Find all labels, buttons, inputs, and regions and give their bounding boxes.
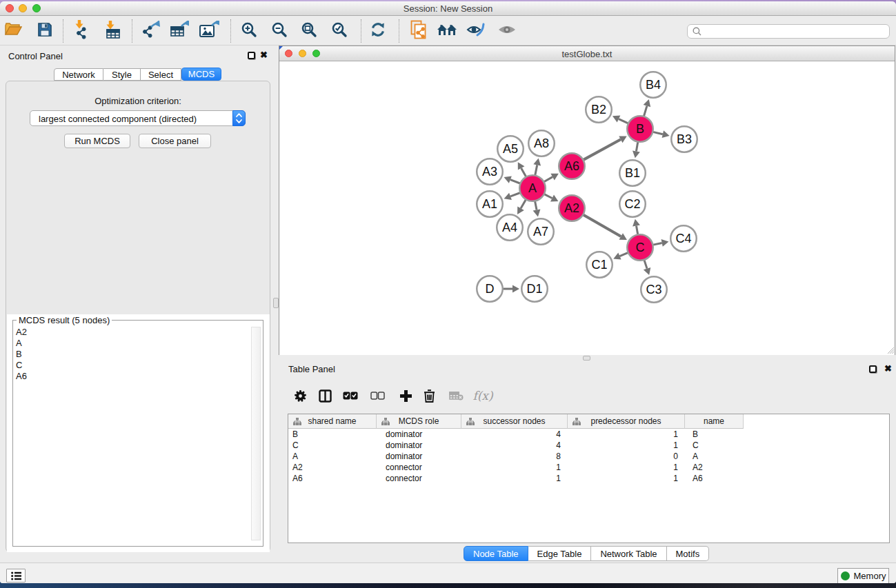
table-panel-float-icon[interactable] (869, 365, 877, 373)
graph-node-D1[interactable]: D1 (521, 276, 548, 302)
graph-node-B4[interactable]: B4 (640, 72, 666, 98)
table-row-C[interactable]: Cdominator41C (288, 440, 889, 451)
graph-node-B[interactable]: B (627, 116, 653, 142)
resize-grip-icon[interactable] (886, 345, 894, 354)
hide-windows-button[interactable] (465, 20, 487, 42)
graph-node-A4[interactable]: A4 (497, 214, 523, 241)
refresh-button[interactable] (367, 20, 389, 42)
refresh-icon (370, 21, 386, 41)
graph-node-C4[interactable]: C4 (670, 225, 697, 252)
toolbar-separator (63, 19, 63, 43)
app-window: Session: New Session Control Panel ✖ Net… (0, 1, 896, 583)
open-file-button[interactable] (2, 20, 24, 42)
zoom-out-icon (271, 21, 288, 41)
graph-node-A5[interactable]: A5 (497, 136, 524, 162)
task-history-button[interactable] (6, 569, 26, 582)
mcds-tab-content: Optimization criterion: largest connecte… (6, 81, 270, 552)
graph-node-A8[interactable]: A8 (528, 130, 555, 156)
mcds-result-item[interactable]: B (16, 349, 27, 360)
column-header-predecessor-nodes[interactable]: predecessor nodes (568, 414, 685, 429)
tab-motifs[interactable]: Motifs (667, 546, 710, 561)
export-network-icon (141, 21, 160, 41)
export-table-button[interactable] (168, 20, 190, 42)
graph-node-A3[interactable]: A3 (477, 159, 503, 185)
search-input[interactable] (705, 27, 889, 37)
duplicate-network-button[interactable] (408, 20, 430, 42)
zoom-out-button[interactable] (268, 20, 290, 42)
tab-network[interactable]: Network (54, 68, 103, 81)
table-row-B[interactable]: Bdominator41B (288, 429, 889, 440)
mcds-result-scrollbar[interactable] (251, 327, 261, 540)
graph-node-A2[interactable]: A2 (559, 195, 585, 221)
graph-node-C2[interactable]: C2 (619, 191, 646, 217)
zoom-fit-button[interactable] (298, 20, 320, 42)
graph-node-B2[interactable]: B2 (586, 97, 612, 123)
delete-column-button[interactable] (421, 384, 437, 407)
export-network-button[interactable] (139, 20, 161, 42)
zoom-in-button[interactable] (238, 20, 260, 42)
search-field[interactable] (687, 24, 890, 39)
network-canvas[interactable]: AA1A3A5A8A4A7A6A2BB1B2B3B4CC1C2C3C4DD1 (279, 62, 895, 355)
graph-node-A[interactable]: A (519, 175, 546, 201)
graph-node-C3[interactable]: C3 (641, 276, 667, 303)
status-bar: Memory (0, 562, 896, 583)
import-network-icon (74, 20, 92, 42)
table-cell: C (292, 440, 299, 450)
import-network-button[interactable] (72, 20, 94, 42)
graph-node-A7[interactable]: A7 (528, 219, 554, 245)
tab-mcds[interactable]: MCDS (181, 68, 221, 81)
svg-text:B: B (636, 122, 644, 136)
tab-select[interactable]: Select (141, 68, 181, 81)
mcds-result-item[interactable]: A6 (16, 371, 27, 382)
gear-button[interactable] (292, 384, 308, 407)
mcds-result-item[interactable]: C (16, 360, 27, 371)
table-row-A2[interactable]: A2connector11A2 (288, 462, 889, 473)
show-windows-button[interactable] (496, 20, 518, 42)
tab-style[interactable]: Style (103, 68, 141, 81)
mcds-result-item[interactable]: A (16, 338, 27, 349)
table-row-A6[interactable]: A6connector11A6 (288, 473, 889, 484)
column-header-name[interactable]: name (685, 414, 744, 429)
tab-edge-table[interactable]: Edge Table (528, 546, 592, 561)
vertical-splitter-grip[interactable] (273, 298, 279, 308)
tab-network-table[interactable]: Network Table (591, 546, 666, 561)
criterion-dropdown[interactable]: largest connected component (directed) (30, 110, 246, 126)
show-columns-button[interactable] (342, 384, 359, 407)
column-header-shared-name[interactable]: shared name (288, 414, 377, 429)
zoom-selected-button[interactable] (328, 20, 350, 42)
graph-node-D[interactable]: D (477, 276, 503, 302)
window-titlebar: Session: New Session (0, 1, 896, 16)
split-columns-button[interactable] (317, 384, 333, 407)
hide-columns-button[interactable] (369, 384, 386, 407)
import-table-button[interactable] (103, 20, 125, 42)
table-panel-close-icon[interactable]: ✖ (884, 363, 892, 374)
table-cell: C (693, 440, 699, 450)
mcds-result-item[interactable]: A2 (16, 327, 27, 338)
column-header-successor-nodes[interactable]: successor nodes (461, 414, 568, 429)
memory-button[interactable]: Memory (837, 568, 889, 583)
column-header-label: name (704, 416, 724, 426)
graph-node-C1[interactable]: C1 (586, 252, 613, 278)
cascade-windows-button[interactable] (436, 20, 458, 42)
control-panel-close-icon[interactable]: ✖ (260, 49, 268, 61)
graph-node-C[interactable]: C (627, 234, 653, 261)
tab-node-table[interactable]: Node Table (464, 546, 528, 561)
svg-text:A7: A7 (533, 225, 548, 239)
column-header-MCDS-role[interactable]: MCDS role (377, 414, 461, 429)
graph-node-B1[interactable]: B1 (619, 160, 646, 186)
delete-table-button[interactable] (448, 384, 464, 407)
add-column-button[interactable] (397, 384, 414, 407)
table-cell: 1 (556, 463, 561, 472)
close-panel-button[interactable]: Close panel (139, 134, 211, 148)
graph-node-A6[interactable]: A6 (559, 153, 585, 179)
function-builder-button[interactable]: f(x) (475, 384, 491, 407)
graph-node-A1[interactable]: A1 (477, 191, 503, 217)
graph-node-B3[interactable]: B3 (671, 126, 697, 152)
mcds-result-group: MCDS result (5 nodes) A2ABCA6 (12, 320, 263, 547)
table-row-A[interactable]: Adominator80A (288, 451, 889, 462)
export-image-button[interactable] (198, 20, 220, 42)
mcds-result-list[interactable]: A2ABCA6 (16, 327, 27, 382)
run-mcds-button[interactable]: Run MCDS (64, 134, 130, 148)
save-session-button[interactable] (34, 20, 56, 42)
control-panel-float-icon[interactable] (248, 52, 255, 59)
